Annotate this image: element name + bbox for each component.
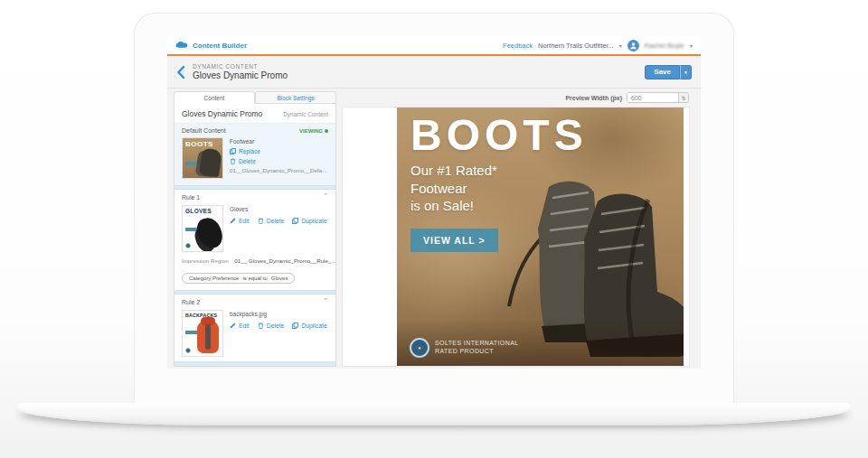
dynamic-content-card: Gloves Dynamic Promo Dynamic Content Def…: [174, 104, 336, 367]
content-region: Content Block Settings Gloves Dynamic Pr…: [167, 89, 701, 367]
preview-width-input[interactable]: [627, 93, 678, 102]
rule2-label: Rule 2: [182, 299, 200, 305]
backpack-mini-illustration: [197, 321, 219, 353]
feedback-link[interactable]: Feedback: [503, 42, 533, 50]
chevron-down-icon[interactable]: ▾: [619, 42, 622, 49]
default-item-name: Footwear: [230, 137, 328, 146]
seal-badge-icon: ★: [410, 338, 429, 358]
pencil-icon: [230, 322, 236, 329]
condition-value: Gloves: [271, 276, 288, 281]
back-button[interactable]: [176, 66, 185, 79]
rule2-delete-button[interactable]: Delete: [258, 322, 285, 331]
cloud-icon: [175, 41, 189, 50]
dynamic-content-panel: Content Block Settings Gloves Dynamic Pr…: [174, 91, 336, 367]
ad-seal: ★ SOLTES INTERNATIONAL RATED PRODUCT: [410, 338, 519, 358]
app-brand[interactable]: Content Builder: [175, 41, 247, 50]
save-button-group: Save ▾: [645, 65, 692, 79]
rule2-header: Rule 2 ⌃: [175, 294, 335, 308]
impression-region-value: 01__ Gloves_Dynamic_Promo__Rule_...: [234, 257, 335, 264]
gloves-mini-illustration: [194, 215, 223, 250]
rule1-thumbnail[interactable]: GLOVES: [182, 205, 223, 252]
default-content-section: Default Content VIEWING BOOTS: [175, 124, 335, 185]
seal-line1: SOLTES INTERNATIONAL: [435, 340, 519, 348]
replace-pages-icon: [230, 148, 236, 154]
rule2-body: BACKPACKS backpacks.jpg: [175, 308, 335, 361]
thumb-gloves-title: GLOVES: [185, 208, 212, 214]
app-brand-label: Content Builder: [193, 42, 247, 50]
user-name-redacted[interactable]: Rachel Boyle: [645, 42, 684, 50]
save-dropdown-button[interactable]: ▾: [680, 65, 692, 79]
page-title: Gloves Dynamic Promo: [193, 70, 288, 80]
thumb-boots-title: BOOTS: [185, 140, 213, 148]
rule1-collapse-icon[interactable]: ⌃: [323, 194, 328, 201]
preview-width-label: Preview Width (px): [565, 95, 622, 101]
mini-seal-icon: [185, 243, 191, 248]
rule2-collapse-icon[interactable]: ⌃: [323, 299, 328, 305]
breadcrumb: DYNAMIC CONTENT: [193, 63, 288, 70]
tab-block-settings[interactable]: Block Settings: [255, 91, 336, 104]
rule2-duplicate-button[interactable]: Duplicate: [292, 322, 326, 331]
impression-region-label: Impression Region: [182, 257, 229, 264]
condition-operator: is equal to: [242, 276, 267, 281]
replace-button[interactable]: Replace: [230, 147, 328, 156]
chevron-down-icon[interactable]: ▾: [690, 42, 693, 49]
user-avatar[interactable]: [627, 40, 639, 51]
default-content-filename: 01__Gloves_Dynamic_Promo__Defaul...: [230, 166, 328, 174]
rule2-item-name: backpacks.jpg: [230, 310, 327, 319]
impression-region-row: Impression Region 01__ Gloves_Dynamic_Pr…: [175, 257, 335, 266]
condition-field: Category Preference: [189, 276, 239, 281]
viewing-status-badge: VIEWING: [299, 128, 328, 134]
thumb-cta-mini: [185, 228, 197, 231]
default-delete-button[interactable]: Delete: [230, 157, 328, 166]
card-type-label: Dynamic Content: [283, 111, 328, 117]
save-button[interactable]: Save: [645, 65, 680, 79]
default-content-label: Default Content: [182, 127, 226, 134]
pencil-icon: [230, 218, 236, 224]
duplicate-icon: [292, 218, 298, 224]
preview-canvas: BOOTS Our #1 Rated* Footwear is on Sale!…: [342, 107, 690, 367]
panel-tabs: Content Block Settings: [174, 91, 336, 104]
trash-icon: [258, 218, 264, 224]
rule1-delete-button[interactable]: Delete: [258, 217, 285, 226]
ad-headline: BOOTS: [410, 113, 588, 158]
card-header: Gloves Dynamic Promo Dynamic Content: [175, 104, 335, 124]
rule1-condition-row: Category Preference is equal to Gloves: [175, 266, 335, 290]
preview-pane: Preview Width (px) ⇅: [342, 89, 701, 367]
title-block: DYNAMIC CONTENT Gloves Dynamic Promo: [193, 63, 288, 80]
seal-line2: RATED PRODUCT: [435, 348, 519, 356]
boots-ad-preview: BOOTS Our #1 Rated* Footwear is on Sale!…: [397, 107, 684, 366]
page-header: DYNAMIC CONTENT Gloves Dynamic Promo Sav…: [167, 56, 701, 89]
laptop-screen: Content Builder Feedback Northern Trails…: [167, 36, 701, 369]
account-switcher[interactable]: Northern Trails Outfitter...: [538, 42, 614, 50]
boots-mini-illustration: [199, 148, 222, 178]
avatar-person-icon: [629, 42, 637, 50]
viewing-label: VIEWING: [299, 128, 323, 134]
rule1-label: Rule 1: [182, 194, 200, 201]
app-nav-bar: Content Builder Feedback Northern Trails…: [167, 36, 701, 56]
ad-subline: Our #1 Rated* Footwear is on Sale!: [410, 162, 588, 215]
mini-seal-icon: [185, 348, 191, 353]
rule1-body: GLOVES Gloves: [175, 203, 335, 257]
rule2-thumbnail[interactable]: BACKPACKS: [182, 310, 223, 357]
preview-width-stepper[interactable]: ⇅: [678, 93, 688, 102]
section-divider-partial: [175, 361, 335, 366]
tab-content[interactable]: Content: [174, 91, 255, 104]
trash-icon: [230, 158, 236, 164]
viewing-dot-icon: [325, 129, 328, 133]
rule1-item-name: Gloves: [230, 205, 327, 214]
thumb-cta-mini: [185, 162, 198, 165]
thumb-cta-mini: [185, 331, 197, 334]
preview-width-control: Preview Width (px) ⇅: [342, 89, 701, 107]
rule1-header: Rule 1 ⌃: [175, 190, 335, 203]
trash-icon: [258, 322, 264, 329]
rule1-duplicate-button[interactable]: Duplicate: [292, 217, 326, 226]
card-title: Gloves Dynamic Promo: [182, 109, 262, 118]
condition-pill[interactable]: Category Preference is equal to Gloves: [182, 273, 295, 284]
default-content-thumbnail[interactable]: BOOTS: [182, 137, 223, 179]
view-all-button[interactable]: VIEW ALL >: [410, 229, 498, 252]
chevron-left-icon: [176, 66, 185, 79]
laptop-base: [16, 403, 852, 425]
rule2-edit-button[interactable]: Edit: [230, 322, 250, 331]
laptop-bezel: Content Builder Feedback Northern Trails…: [134, 13, 734, 403]
rule1-edit-button[interactable]: Edit: [230, 217, 250, 226]
